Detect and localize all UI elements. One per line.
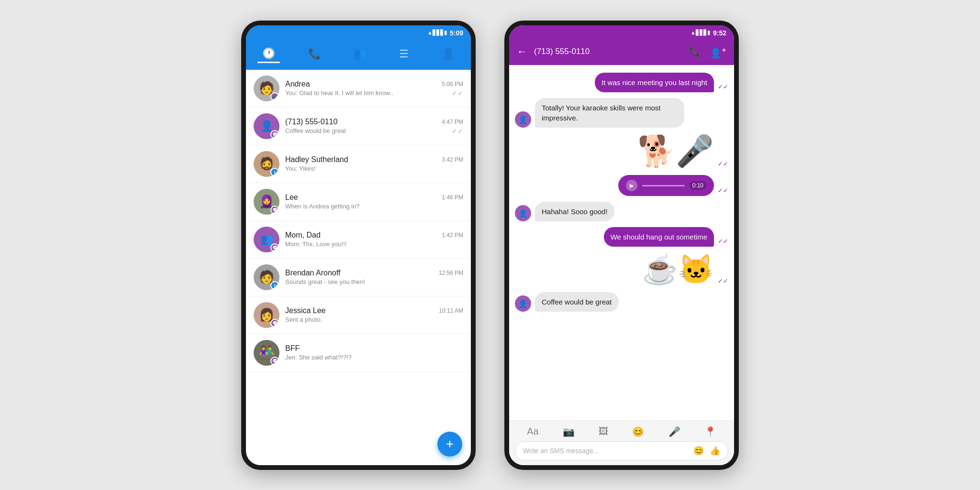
status-icons: ▲▋▋▋▮ <box>427 30 447 36</box>
header-actions: 📞 👤+ <box>689 45 726 59</box>
input-icons-row: Aa 📷 🖼 😊 🎤 📍 <box>515 426 728 437</box>
contact-name: Lee <box>285 193 298 202</box>
contact-preview-text: Sounds great - see you then! <box>285 278 365 285</box>
contact-info: Andrea 5:06 PM You: Glad to hear it. I w… <box>285 80 463 97</box>
status-bar-2: ▲▋▋▋▮ 9:52 <box>509 25 734 41</box>
avatar-badge: 💬 <box>270 243 279 252</box>
contact-name: Hadley Sutherland <box>285 155 348 164</box>
contact-item[interactable]: 👥 💬 Mom, Dad 1:42 PM Mom: Thx, Love you!… <box>246 221 471 259</box>
contact-time: 4:47 PM <box>442 119 463 125</box>
message-input-row: Write an SMS message... 😊 👍 <box>515 441 728 460</box>
contact-info: Jessica Lee 10:11 AM Sent a photo. <box>285 306 463 323</box>
avatar: 👩 💬 <box>254 302 279 328</box>
contact-list: 🧑 📹 Andrea 5:06 PM You: Glad to hear it.… <box>246 70 471 465</box>
play-button[interactable]: ▶ <box>626 180 637 191</box>
message-row: 👤 Coffee would be great <box>515 292 728 312</box>
message-check: ✓✓ <box>718 238 728 245</box>
contact-preview-text: When is Andrea getting in? <box>285 203 359 210</box>
avatar-badge: 💬 <box>270 319 279 327</box>
contact-item[interactable]: 🧔 f Hadley Sutherland 3:42 PM You: Yikes… <box>246 145 471 183</box>
tab-menu[interactable]: ☰ <box>394 46 413 62</box>
avatar-badge: 💬 <box>270 130 279 139</box>
message-row: ☕🐱 ✓✓ <box>515 252 728 286</box>
contact-item[interactable]: 🧑 f Brendan Aronoff 12:56 PM Sounds grea… <box>246 259 471 296</box>
avatar: 👤 💬 <box>254 113 279 139</box>
message-row: It was nice meeting you last night ✓✓ <box>515 73 728 92</box>
contact-item[interactable]: 🧕 💬 Lee 1:46 PM When is Andrea getting i… <box>246 183 471 221</box>
fab-button[interactable]: + <box>437 432 462 457</box>
contact-preview-text: Coffee would be great <box>285 127 346 134</box>
contact-item[interactable]: 👫 💬 BFF Jen: She said what?!?!? <box>246 334 471 372</box>
received-bubble: Coffee would be great <box>535 292 619 312</box>
avatar: 👥 💬 <box>254 227 279 252</box>
avatar-badge: f <box>270 281 279 290</box>
emoji-icon[interactable]: 😊 <box>632 426 644 437</box>
contact-item[interactable]: 🧑 📹 Andrea 5:06 PM You: Glad to hear it.… <box>246 70 471 108</box>
mic-icon[interactable]: 🎤 <box>668 426 680 437</box>
camera-icon[interactable]: 📷 <box>563 426 575 437</box>
avatar: 🧑 📹 <box>254 76 279 101</box>
contact-preview-text: You: Yikes! <box>285 165 316 172</box>
thumbs-up-icon[interactable]: 👍 <box>710 446 720 456</box>
sticker: ☕🐱 <box>642 252 714 286</box>
back-button[interactable]: ← <box>517 45 527 58</box>
sent-bubble: We should hang out sometime <box>604 227 714 247</box>
message-check: ✓✓ <box>718 187 728 194</box>
avatar: 🧕 💬 <box>254 189 279 215</box>
received-bubble: Totally! Your karaoke skills were most i… <box>535 98 684 128</box>
tab-contacts[interactable]: 👥 <box>349 46 371 62</box>
contact-name: Mom, Dad <box>285 231 321 240</box>
contact-preview-text: Jen: She said what?!?!? <box>285 354 352 361</box>
avatar-badge: 💬 <box>270 357 279 365</box>
contact-time: 1:46 PM <box>442 194 463 201</box>
message-row: 🐕🎤 ✓✓ <box>515 133 728 169</box>
tab-profile[interactable]: 👤 <box>437 46 459 62</box>
time-2: 9:52 <box>713 29 726 37</box>
message-row: 👤 Totally! Your karaoke skills were most… <box>515 98 728 128</box>
chat-input-bar: Aa 📷 🖼 😊 🎤 📍 Write an SMS message... 😊 👍 <box>509 421 734 465</box>
chat-area: It was nice meeting you last night ✓✓ 👤 … <box>509 65 734 420</box>
voice-progress-bar <box>642 185 685 186</box>
check-icon: ✓✓ <box>452 89 463 97</box>
contact-time: 5:06 PM <box>442 81 463 87</box>
avatar-badge: 📹 <box>270 92 279 101</box>
nav-tabs: 🕐 📞 👥 ☰ 👤 <box>246 41 471 70</box>
call-button[interactable]: 📞 <box>689 45 701 59</box>
contact-time: 12:56 PM <box>439 270 463 276</box>
contact-name: Brendan Aronoff <box>285 269 340 277</box>
voice-message[interactable]: ▶ 0:10 <box>618 175 714 196</box>
contact-name: (713) 555-0110 <box>285 118 337 126</box>
location-icon[interactable]: 📍 <box>704 426 716 437</box>
contact-time: 1:42 PM <box>442 232 463 239</box>
avatar: 🧔 f <box>254 151 279 177</box>
message-row: We should hang out sometime ✓✓ <box>515 227 728 247</box>
message-check: ✓✓ <box>718 83 728 90</box>
add-person-button[interactable]: 👤+ <box>710 45 726 59</box>
contact-info: Mom, Dad 1:42 PM Mom: Thx, Love you!!! <box>285 231 463 248</box>
image-icon[interactable]: 🖼 <box>599 426 608 437</box>
message-row: ▶ 0:10 ✓✓ <box>515 175 728 196</box>
avatar: 👫 💬 <box>254 340 279 366</box>
message-check: ✓✓ <box>718 277 728 284</box>
sticker: 🐕🎤 <box>637 133 714 169</box>
tab-calls[interactable]: 📞 <box>303 46 326 62</box>
contact-item[interactable]: 👤 💬 (713) 555-0110 4:47 PM Coffee would … <box>246 108 471 145</box>
contact-info: Brendan Aronoff 12:56 PM Sounds great - … <box>285 269 463 285</box>
tab-recent[interactable]: 🕐 <box>257 45 280 63</box>
message-input-placeholder[interactable]: Write an SMS message... <box>523 447 689 455</box>
contact-info: (713) 555-0110 4:47 PM Coffee would be g… <box>285 118 463 135</box>
time-1: 5:09 <box>450 29 463 37</box>
contact-info: Hadley Sutherland 3:42 PM You: Yikes! <box>285 155 463 172</box>
avatar-badge: f <box>270 168 279 176</box>
avatar-badge: 💬 <box>270 206 279 214</box>
phone-1: ▲▋▋▋▮ 5:09 🕐 📞 👥 ☰ 👤 🧑 📹 Andrea <box>241 21 476 470</box>
contact-avatar: 👤 <box>515 295 531 312</box>
phone-2: ▲▋▋▋▮ 9:52 ← (713) 555-0110 📞 👤+ It was … <box>504 21 739 470</box>
contact-preview-text: You: Glad to hear it. I will let him kno… <box>285 89 393 97</box>
send-emoji-icon[interactable]: 😊 <box>693 446 704 456</box>
contact-time: 10:11 AM <box>439 307 463 314</box>
voice-duration: 0:10 <box>690 181 706 190</box>
check-icon: ✓✓ <box>452 127 463 135</box>
contact-item[interactable]: 👩 💬 Jessica Lee 10:11 AM Sent a photo. <box>246 296 471 334</box>
keyboard-icon[interactable]: Aa <box>527 426 538 437</box>
